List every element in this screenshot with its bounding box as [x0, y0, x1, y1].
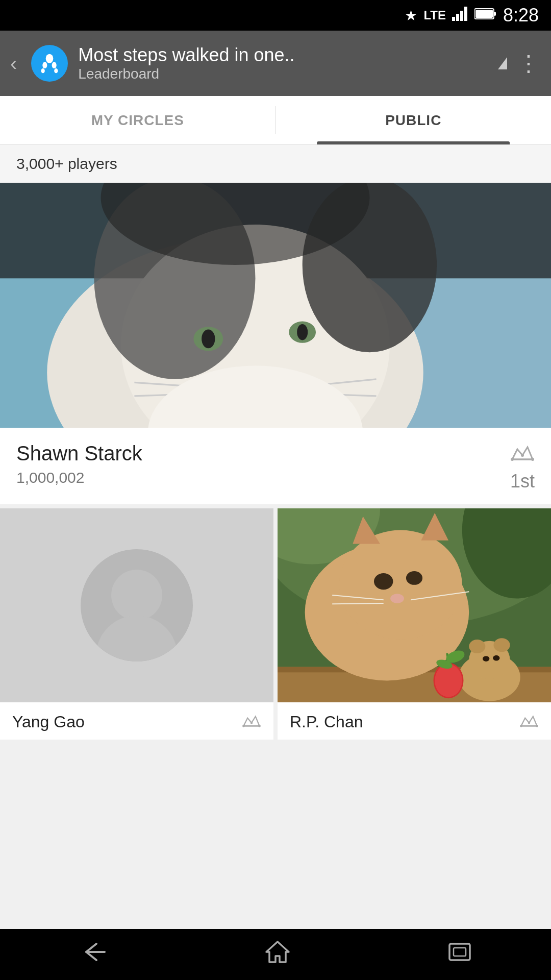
svg-point-47 [339, 530, 462, 640]
signal-triangle-icon [498, 57, 507, 69]
svg-marker-73 [266, 942, 289, 962]
svg-point-63 [435, 664, 462, 697]
footprint-icon [38, 52, 61, 75]
app-icon [31, 45, 68, 82]
svg-rect-5 [475, 10, 493, 18]
rp-chan-info: R.P. Chan [278, 702, 551, 740]
signal-icon [452, 7, 468, 24]
svg-point-59 [493, 638, 510, 652]
svg-point-32 [511, 458, 514, 461]
rp-chan-crown-svg [519, 714, 539, 728]
recents-nav-icon [446, 941, 473, 963]
first-place-rank-text: 1st [510, 471, 535, 492]
svg-point-10 [41, 68, 45, 73]
svg-point-8 [43, 62, 47, 68]
svg-rect-1 [456, 14, 459, 21]
first-place-card[interactable]: Shawn Starck 1,000,002 1st [0, 183, 551, 504]
first-place-info: Shawn Starck 1,000,002 1st [0, 428, 551, 504]
lte-icon: LTE [423, 8, 446, 22]
svg-point-33 [521, 454, 524, 457]
first-place-player-details: Shawn Starck 1,000,002 [16, 442, 142, 486]
nav-bar [0, 929, 551, 980]
svg-point-61 [493, 655, 499, 661]
home-nav-button[interactable] [264, 940, 291, 969]
svg-rect-3 [464, 7, 467, 21]
svg-point-39 [258, 725, 261, 727]
rp-chan-avatar [278, 508, 551, 702]
tab-my-circles[interactable]: MY CIRCLES [0, 96, 276, 144]
status-bar: ★ LTE 8:28 [0, 0, 551, 31]
svg-point-58 [469, 640, 485, 653]
svg-point-7 [46, 54, 54, 63]
yang-gao-crown [242, 714, 261, 730]
yang-gao-crown-svg [242, 714, 261, 728]
svg-point-60 [483, 656, 489, 662]
first-place-score: 1,000,002 [16, 469, 142, 486]
svg-point-50 [374, 573, 393, 590]
tabs-container: MY CIRCLES PUBLIC [0, 96, 551, 145]
svg-point-70 [528, 721, 531, 724]
header-subtitle: Leaderboard [78, 66, 488, 82]
svg-marker-30 [512, 447, 533, 459]
back-nav-button[interactable] [78, 941, 109, 968]
svg-rect-0 [452, 17, 455, 21]
yang-gao-avatar [0, 508, 273, 702]
home-nav-icon [264, 940, 291, 964]
crown-icon [510, 442, 535, 468]
svg-rect-2 [460, 11, 463, 21]
leaderboard-content: Shawn Starck 1,000,002 1st [0, 183, 551, 740]
svg-point-9 [52, 62, 57, 68]
battery-icon [474, 7, 497, 23]
header-title: Most steps walked in one.. [78, 44, 405, 66]
first-place-name: Shawn Starck [16, 442, 142, 465]
svg-point-23 [297, 324, 308, 340]
cat-hamster-image [278, 508, 551, 702]
first-place-rank: 1st [510, 442, 535, 492]
svg-marker-35 [243, 716, 259, 726]
svg-point-71 [536, 725, 538, 727]
back-nav-icon [78, 941, 109, 963]
cat-image-1 [0, 183, 551, 428]
svg-point-34 [531, 458, 534, 461]
svg-point-52 [390, 594, 404, 603]
third-place-card[interactable]: R.P. Chan [278, 508, 551, 740]
yang-gao-name: Yang Gao [12, 713, 85, 731]
avatar-body [96, 616, 178, 662]
status-icons: ★ LTE 8:28 [405, 5, 539, 26]
header-text: Most steps walked in one.. Leaderboard [78, 44, 488, 82]
svg-point-69 [520, 725, 522, 727]
avatar-head [111, 570, 162, 621]
avatar-placeholder [0, 508, 273, 702]
scroll-area[interactable]: 3,000+ players [0, 145, 551, 929]
avatar-circle [81, 549, 193, 662]
rp-chan-name: R.P. Chan [290, 713, 363, 731]
svg-line-54 [332, 603, 384, 604]
svg-point-37 [242, 725, 245, 727]
header-right: ⋮ [498, 52, 541, 75]
svg-rect-75 [454, 948, 466, 956]
svg-point-51 [406, 571, 422, 585]
svg-point-11 [54, 68, 58, 73]
svg-point-38 [251, 721, 253, 724]
tab-public[interactable]: PUBLIC [276, 96, 552, 144]
recents-nav-button[interactable] [446, 941, 473, 968]
back-button[interactable]: ‹ [10, 52, 17, 75]
first-place-avatar [0, 183, 551, 428]
bluetooth-icon: ★ [405, 7, 417, 24]
status-time: 8:28 [503, 5, 539, 26]
svg-point-21 [202, 329, 215, 348]
svg-rect-6 [494, 12, 496, 16]
yang-gao-info: Yang Gao [0, 702, 273, 740]
players-count: 3,000+ players [0, 145, 551, 183]
crown-svg [510, 444, 535, 462]
svg-rect-74 [449, 944, 470, 960]
svg-marker-67 [521, 716, 537, 726]
more-menu-button[interactable]: ⋮ [517, 52, 541, 75]
rp-chan-crown [519, 714, 539, 730]
second-place-card[interactable]: Yang Gao [0, 508, 273, 740]
bottom-cards: Yang Gao [0, 508, 551, 740]
app-header: ‹ Most steps walked in one.. Leaderboard… [0, 31, 551, 96]
